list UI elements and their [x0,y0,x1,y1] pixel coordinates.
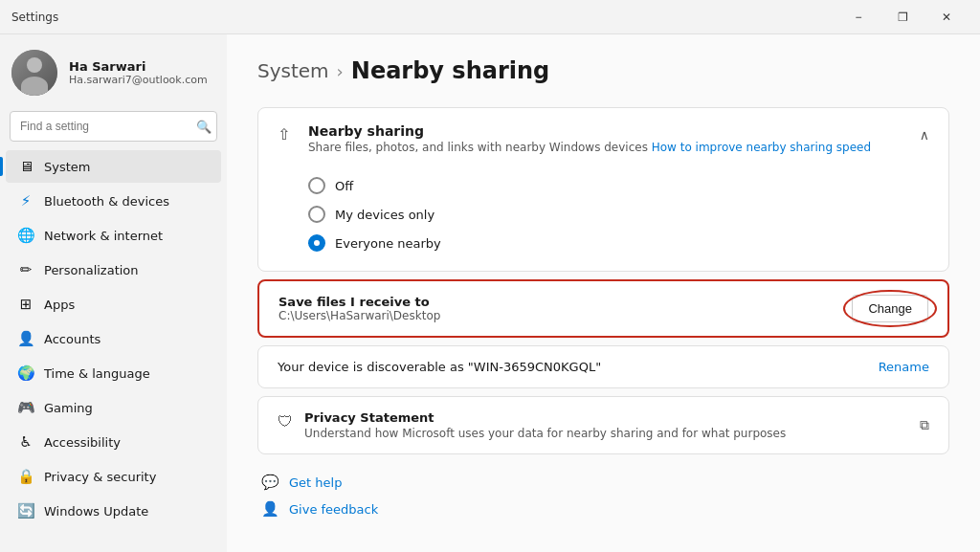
save-files-card: Save files I receive to C:\Users\HaSarwa… [257,279,949,338]
card-header-left: ⇧ Nearby sharing Share files, photos, an… [278,123,920,154]
feedback-icon: 👤 [261,500,279,518]
restore-button[interactable]: ❐ [880,0,924,34]
apps-icon: ⊞ [17,296,34,313]
sidebar-item-label: Privacy & security [44,470,156,484]
nav-accounts[interactable]: 👤 Accounts [6,322,221,355]
give-feedback-link[interactable]: 👤 Give feedback [261,500,949,518]
nav-network[interactable]: 🌐 Network & internet [6,219,221,252]
nav-apps[interactable]: ⊞ Apps [6,288,221,320]
help-icon: 💬 [261,474,279,491]
privacy-row: 🛡 Privacy Statement Understand how Micro… [258,397,948,453]
search-box: 🔍 [10,111,217,142]
save-files-row: Save files I receive to C:\Users\HaSarwa… [259,281,947,336]
privacy-subtitle: Understand how Microsoft uses your data … [304,427,786,440]
privacy-title: Privacy Statement [304,410,786,425]
share-icon: ⇧ [278,125,297,144]
get-help-link[interactable]: 💬 Get help [261,474,949,491]
system-icon: 🖥 [17,158,34,175]
titlebar-title: Settings [11,11,836,24]
save-files-info: Save files I receive to C:\Users\HaSarwa… [278,295,440,322]
change-button[interactable]: Change [852,295,928,322]
save-files-title: Save files I receive to [278,295,440,309]
sidebar-item-label: Accessibility [44,435,121,450]
minimize-button[interactable]: − [836,0,880,34]
discoverable-row: Your device is discoverable as "WIN-3659… [258,346,948,387]
radio-off-label: Off [335,179,353,193]
main-content: System › Nearby sharing ⇧ Nearby sharing… [227,34,980,552]
sidebar-item-label: Network & internet [44,229,163,243]
nav-gaming[interactable]: 🎮 Gaming [6,391,221,424]
nav-personalization[interactable]: ✏️ Personalization [6,254,221,286]
radio-option-everyone[interactable]: Everyone nearby [308,234,929,252]
nav-bluetooth[interactable]: ⚡ Bluetooth & devices [6,185,221,217]
footer-links: 💬 Get help 👤 Give feedback [257,474,949,518]
sidebar-item-label: Time & language [44,366,150,381]
breadcrumb-separator: › [337,61,344,81]
breadcrumb-parent[interactable]: System [257,59,329,82]
sidebar-item-label: Gaming [44,401,93,415]
breadcrumb-current: Nearby sharing [351,57,549,84]
radio-option-my-devices[interactable]: My devices only [308,206,929,223]
privacy-left: 🛡 Privacy Statement Understand how Micro… [278,410,786,440]
time-icon: 🌍 [17,364,34,382]
sidebar-item-label: Accounts [44,332,100,346]
accounts-icon: 👤 [17,330,34,347]
radio-everyone-label: Everyone nearby [335,236,441,251]
sidebar-item-label: Apps [44,298,75,312]
radio-option-off[interactable]: Off [308,177,929,194]
user-profile[interactable]: Ha Sarwari Ha.sarwari7@outlook.com [0,34,227,107]
sidebar: Ha Sarwari Ha.sarwari7@outlook.com 🔍 🖥 S… [0,34,227,552]
shield-icon: 🛡 [278,412,293,431]
search-icon[interactable]: 🔍 [196,120,212,134]
sidebar-item-label: Personalization [44,263,139,277]
radio-my-devices-label: My devices only [335,208,434,222]
titlebar-controls: − ❐ ✕ [836,0,969,34]
gaming-icon: 🎮 [17,399,34,416]
network-icon: 🌐 [17,227,34,244]
user-name: Ha Sarwari [69,59,208,74]
radio-options: Off My devices only Everyone nearby [258,169,948,271]
personalization-icon: ✏️ [17,261,34,278]
accessibility-icon: ♿ [17,433,34,451]
sidebar-item-label: System [44,160,90,174]
app-body: Ha Sarwari Ha.sarwari7@outlook.com 🔍 🖥 S… [0,34,980,552]
rename-link[interactable]: Rename [879,360,929,374]
close-button[interactable]: ✕ [924,0,969,34]
bluetooth-icon: ⚡ [17,192,34,210]
privacy-statement-card: 🛡 Privacy Statement Understand how Micro… [257,396,949,454]
user-email: Ha.sarwari7@outlook.com [69,74,208,86]
discoverable-text: Your device is discoverable as "WIN-3659… [278,360,601,374]
nav-accessibility[interactable]: ♿ Accessibility [6,426,221,458]
discoverable-card: Your device is discoverable as "WIN-3659… [257,345,949,388]
nearby-sharing-subtitle: Share files, photos, and links with near… [308,141,920,154]
radio-my-devices[interactable] [308,206,325,223]
sidebar-item-label: Windows Update [44,504,148,519]
external-link-icon: ⧉ [920,417,929,433]
save-files-path: C:\Users\HaSarwari\Desktop [278,309,440,322]
radio-off[interactable] [308,177,325,194]
nav-privacy[interactable]: 🔒 Privacy & security [6,460,221,493]
avatar [11,50,57,96]
search-input[interactable] [10,111,217,142]
improve-speed-link[interactable]: How to improve nearby sharing speed [652,141,871,154]
breadcrumb: System › Nearby sharing [257,57,949,84]
user-info: Ha Sarwari Ha.sarwari7@outlook.com [69,59,208,86]
nav-time[interactable]: 🌍 Time & language [6,357,221,389]
chevron-up-icon: ∧ [920,127,929,143]
privacy-icon: 🔒 [17,468,34,485]
nearby-sharing-title: Nearby sharing [308,123,920,139]
update-icon: 🔄 [17,502,34,519]
nearby-sharing-card: ⇧ Nearby sharing Share files, photos, an… [257,107,949,272]
nav-update[interactable]: 🔄 Windows Update [6,495,221,527]
nearby-sharing-header[interactable]: ⇧ Nearby sharing Share files, photos, an… [258,108,948,169]
sidebar-item-label: Bluetooth & devices [44,194,169,209]
radio-everyone[interactable] [308,234,325,252]
titlebar: Settings − ❐ ✕ [0,0,980,34]
nav-system[interactable]: 🖥 System [6,150,221,183]
